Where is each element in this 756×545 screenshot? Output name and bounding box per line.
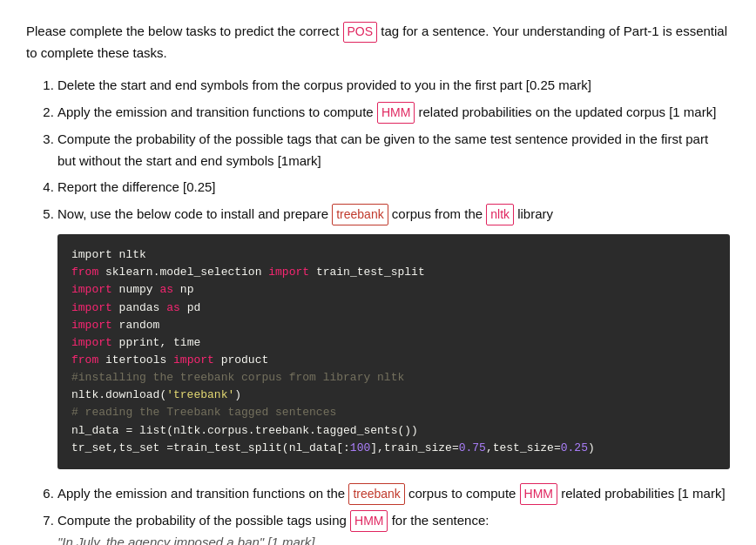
task-7-sentence: "In July, the agency imposed a ban" [1 m… (57, 535, 315, 545)
task-3-text: Compute the probability of the possible … (57, 131, 708, 168)
task-5-text-mid: corpus from the (388, 206, 487, 221)
task-4-text: Report the difference [0.25] (57, 179, 216, 194)
task-item-4: Report the difference [0.25] (57, 177, 730, 198)
treebank-badge-2: treebank (348, 483, 404, 505)
hmm-badge-2: HMM (520, 483, 557, 505)
task-6-text-after: related probabilities [1 mark] (557, 486, 726, 501)
task-5-text-before: Now, use the below code to install and p… (57, 206, 332, 221)
task-7-text-before: Compute the probability of the possible … (57, 513, 350, 528)
hmm-badge-1: HMM (377, 102, 415, 124)
task-2-text-before: Apply the emission and transition functi… (57, 104, 377, 119)
code-block: import nltk from sklearn.model_selection… (57, 234, 730, 469)
hmm-badge-3: HMM (350, 510, 388, 532)
task-item-5: Now, use the below code to install and p… (57, 204, 730, 469)
task-6-text-before: Apply the emission and transition functi… (57, 486, 348, 501)
intro-paragraph: Please complete the below tasks to predi… (26, 21, 730, 63)
task-2-text-after: related probabilities on the updated cor… (415, 104, 716, 119)
treebank-badge-1: treebank (332, 204, 388, 225)
nltk-badge: nltk (486, 204, 514, 225)
task-item-6: Apply the emission and transition functi… (57, 483, 730, 505)
task-item-2: Apply the emission and transition functi… (57, 102, 730, 124)
task-item-3: Compute the probability of the possible … (57, 129, 730, 172)
task-item-1: Delete the start and end symbols from th… (57, 75, 730, 97)
pos-badge: POS (343, 22, 378, 43)
task-list: Delete the start and end symbols from th… (26, 75, 730, 545)
task-5-text-after: library (514, 206, 553, 221)
task-item-7: Compute the probability of the possible … (57, 510, 730, 545)
intro-text-before: Please complete the below tasks to predi… (26, 24, 343, 38)
task-7-text-after: for the sentence: (388, 513, 489, 528)
task-1-text: Delete the start and end symbols from th… (57, 77, 591, 92)
task-6-text-mid: corpus to compute (405, 486, 520, 501)
